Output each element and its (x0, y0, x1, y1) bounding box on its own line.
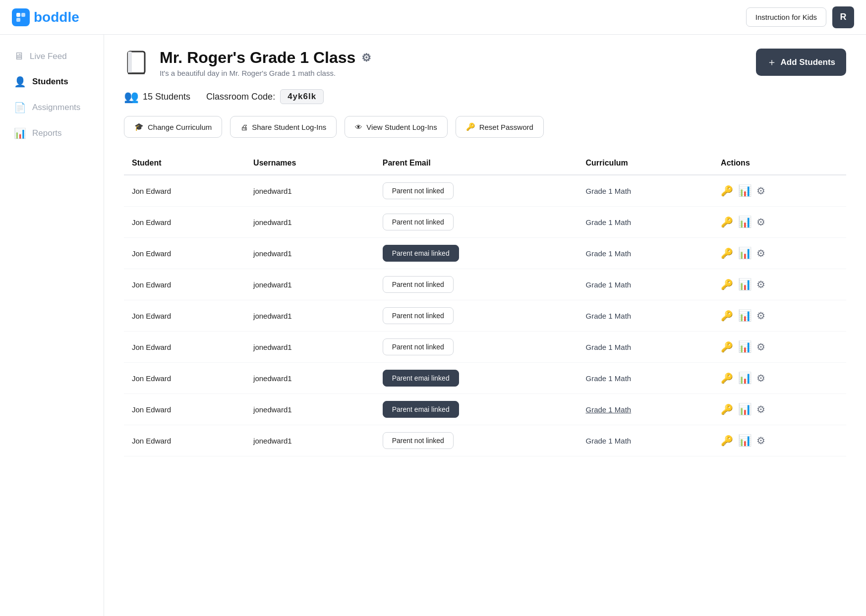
settings-icon[interactable]: ⚙ (756, 310, 765, 322)
student-username: jonedward1 (245, 238, 375, 269)
chart-icon[interactable]: 📊 (738, 309, 751, 322)
chart-icon[interactable]: 📊 (738, 340, 751, 353)
actions-cell: 🔑 📊 ⚙ (713, 238, 846, 269)
sidebar: 🖥Live Feed👤Students📄Assignments📊Reports (0, 35, 104, 616)
add-students-button[interactable]: ＋ Add Students (756, 49, 847, 76)
col-parent-email: Parent Email (375, 154, 578, 175)
curriculum-cell: Grade 1 Math (577, 207, 713, 238)
parent-email-cell: Parent not linked (375, 175, 578, 207)
layout: 🖥Live Feed👤Students📄Assignments📊Reports … (0, 35, 866, 616)
key-icon[interactable]: 🔑 (721, 403, 733, 415)
parent-email-button[interactable]: Parent not linked (383, 307, 454, 324)
svg-rect-0 (16, 13, 20, 17)
reset-password-button[interactable]: 🔑Reset Password (456, 116, 544, 138)
parent-email-button[interactable]: Parent not linked (383, 432, 454, 449)
plus-icon: ＋ (767, 56, 777, 69)
parent-email-button[interactable]: Parent not linked (383, 214, 454, 230)
curriculum-label: Grade 1 Math (585, 218, 631, 226)
chart-icon[interactable]: 📊 (738, 216, 751, 228)
stats-row: 👥 15 Students Classroom Code: 4yk6lk (124, 89, 846, 104)
key-icon[interactable]: 🔑 (721, 247, 733, 259)
settings-icon[interactable]: ⚙ (756, 341, 765, 353)
curriculum-label: Grade 1 Math (585, 249, 631, 258)
key-icon[interactable]: 🔑 (721, 435, 733, 447)
sidebar-label-assignments: Assignments (32, 103, 80, 112)
parent-email-button[interactable]: Parent emai linked (383, 245, 459, 262)
class-icon (124, 49, 152, 76)
parent-email-button[interactable]: Parent not linked (383, 338, 454, 355)
key-icon[interactable]: 🔑 (721, 279, 733, 290)
parent-email-button[interactable]: Parent emai linked (383, 370, 459, 387)
settings-icon[interactable]: ⚙ (756, 185, 765, 197)
student-count: 👥 15 Students (124, 90, 190, 104)
table-row: Jon Edward jonedward1 Parent emai linked… (124, 394, 846, 425)
students-tbody: Jon Edward jonedward1 Parent not linked … (124, 175, 846, 456)
key-icon[interactable]: 🔑 (721, 185, 733, 197)
curriculum-cell: Grade 1 Math (577, 238, 713, 269)
student-username: jonedward1 (245, 300, 375, 332)
table-row: Jon Edward jonedward1 Parent not linked … (124, 207, 846, 238)
actions-cell: 🔑 📊 ⚙ (713, 425, 846, 456)
curriculum-label: Grade 1 Math (585, 374, 631, 383)
logo: boddle (12, 8, 79, 26)
class-title: Mr. Roger's Grade 1 Class ⚙ It's a beaut… (160, 49, 371, 77)
table-row: Jon Edward jonedward1 Parent emai linked… (124, 238, 846, 269)
parent-email-button[interactable]: Parent not linked (383, 182, 454, 199)
class-header-left: Mr. Roger's Grade 1 Class ⚙ It's a beaut… (124, 49, 371, 77)
chart-icon[interactable]: 📊 (738, 184, 751, 197)
svg-rect-1 (21, 13, 25, 17)
key-icon[interactable]: 🔑 (721, 341, 733, 353)
settings-icon[interactable]: ⚙ (756, 403, 765, 415)
sidebar-item-students[interactable]: 👤Students (4, 70, 100, 94)
change-curriculum-button[interactable]: 🎓Change Curriculum (124, 116, 222, 138)
parent-email-button[interactable]: Parent not linked (383, 276, 454, 293)
curriculum-label: Grade 1 Math (585, 312, 631, 320)
table-row: Jon Edward jonedward1 Parent emai linked… (124, 363, 846, 394)
chart-icon[interactable]: 📊 (738, 278, 751, 291)
avatar-button[interactable]: R (832, 6, 854, 28)
settings-icon[interactable]: ⚙ (756, 216, 765, 228)
logo-text: boddle (34, 9, 79, 25)
sidebar-item-assignments[interactable]: 📄Assignments (4, 96, 100, 119)
settings-icon[interactable]: ⚙ (756, 435, 765, 447)
sidebar-item-live-feed[interactable]: 🖥Live Feed (4, 45, 100, 68)
curriculum-label: Grade 1 Math (585, 343, 631, 351)
student-name: Jon Edward (124, 175, 245, 207)
key-icon[interactable]: 🔑 (721, 372, 733, 384)
share-logins-button[interactable]: 🖨Share Student Log-Ins (230, 116, 337, 138)
chart-icon[interactable]: 📊 (738, 247, 751, 260)
settings-icon[interactable]: ⚙ (756, 279, 765, 290)
parent-email-cell: Parent emai linked (375, 394, 578, 425)
live-feed-icon: 🖥 (14, 51, 24, 62)
curriculum-cell: Grade 1 Math (577, 425, 713, 456)
key-icon[interactable]: 🔑 (721, 310, 733, 322)
actions-cell: 🔑 📊 ⚙ (713, 207, 846, 238)
settings-icon[interactable]: ⚙ (756, 247, 765, 259)
chart-icon[interactable]: 📊 (738, 372, 751, 385)
view-logins-button[interactable]: 👁View Student Log-Ins (345, 116, 447, 138)
settings-icon[interactable]: ⚙ (756, 372, 765, 384)
class-description: It's a beautiful day in Mr. Roger's Grad… (160, 69, 371, 77)
key-icon[interactable]: 🔑 (721, 216, 733, 228)
curriculum-label: Grade 1 Math (585, 187, 631, 195)
curriculum-label[interactable]: Grade 1 Math (585, 405, 631, 414)
student-name: Jon Edward (124, 269, 245, 300)
student-name: Jon Edward (124, 394, 245, 425)
curriculum-cell: Grade 1 Math (577, 300, 713, 332)
student-name: Jon Edward (124, 207, 245, 238)
table-row: Jon Edward jonedward1 Parent not linked … (124, 425, 846, 456)
student-username: jonedward1 (245, 332, 375, 363)
parent-email-cell: Parent not linked (375, 300, 578, 332)
instruction-button[interactable]: Instruction for Kids (746, 7, 826, 27)
actions-cell: 🔑 📊 ⚙ (713, 300, 846, 332)
student-username: jonedward1 (245, 269, 375, 300)
settings-icon[interactable]: ⚙ (361, 52, 371, 64)
parent-email-button[interactable]: Parent emai linked (383, 401, 459, 418)
sidebar-item-reports[interactable]: 📊Reports (4, 121, 100, 145)
share-logins-icon: 🖨 (240, 123, 248, 131)
chart-icon[interactable]: 📊 (738, 403, 751, 416)
chart-icon[interactable]: 📊 (738, 434, 751, 447)
curriculum-label: Grade 1 Math (585, 280, 631, 289)
curriculum-cell: Grade 1 Math (577, 332, 713, 363)
student-username: jonedward1 (245, 207, 375, 238)
